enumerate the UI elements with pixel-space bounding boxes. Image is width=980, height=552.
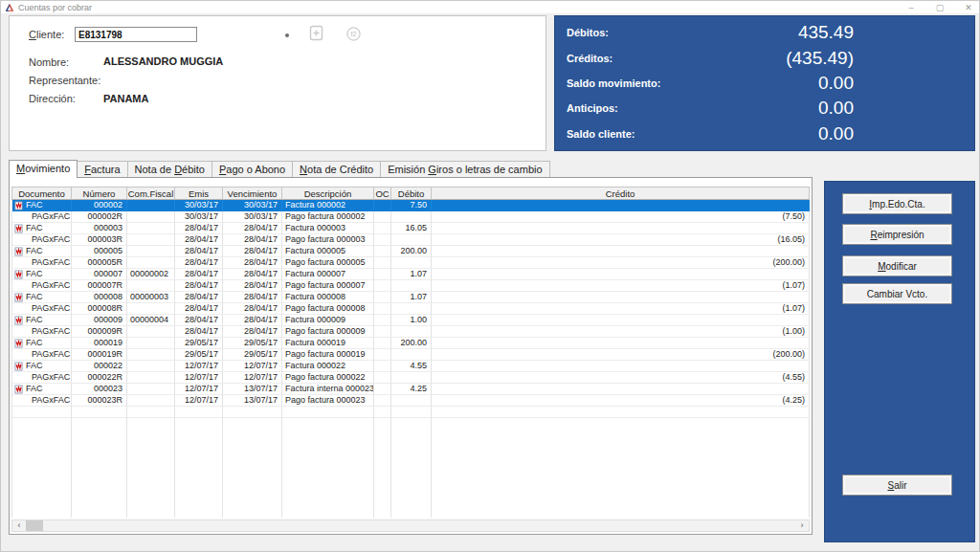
table-row[interactable]: PAGxFAC000008R28/04/1728/04/17Pago factu… <box>12 303 810 315</box>
tab-nota-de-d-bito[interactable]: Nota de Débito <box>128 161 212 177</box>
table-row[interactable]: PAGxFAC000005R28/04/1728/04/17Pago factu… <box>12 257 810 269</box>
cell-emis: 28/04/17 <box>175 246 223 257</box>
cell-debito <box>391 349 432 361</box>
cell-emis: 29/05/17 <box>175 338 223 349</box>
cell-debito <box>391 372 432 384</box>
cell-descripcion: Pago factura 000008 <box>282 303 374 315</box>
modificar-button[interactable]: Modificar <box>842 255 952 276</box>
cell-descripcion: Factura 000019 <box>282 338 374 349</box>
cell-oc <box>374 246 391 257</box>
cell-vencimiento: 28/04/17 <box>223 303 282 315</box>
column-header-descripcion: Descripción <box>282 188 374 200</box>
tab-bar: MovimientoFacturaNota de DébitoPago o Ab… <box>9 160 550 177</box>
table-row[interactable]: PAGxFAC000007R28/04/1728/04/17Pago factu… <box>12 280 810 292</box>
table-row[interactable]: FAC00002312/07/1713/07/17Factura interna… <box>12 384 810 395</box>
cell-descripcion: Factura 000009 <box>282 315 374 326</box>
table-row[interactable]: PAGxFAC000002R30/03/1730/03/17Pago factu… <box>12 211 810 223</box>
summary-value: 0.00 <box>555 98 854 119</box>
cell-debito: 1.07 <box>391 269 432 280</box>
cell-documento: FAC <box>12 338 72 349</box>
cell-numero: 000002 <box>72 200 127 211</box>
maximize-button[interactable]: ▢ <box>933 3 947 12</box>
cell-oc <box>374 257 391 269</box>
cell-credito <box>432 361 810 372</box>
cell-emis: 28/04/17 <box>175 292 223 303</box>
tab-factura[interactable]: Factura <box>78 161 127 177</box>
cell-vencimiento: 29/05/17 <box>223 338 282 349</box>
cell-oc <box>374 211 391 223</box>
close-button[interactable]: ✕ <box>962 3 975 12</box>
imp-edo-cta-button[interactable]: Imp.Edo.Cta. <box>842 193 952 214</box>
cell-oc <box>374 395 391 407</box>
table-row[interactable]: FAC0000090000000428/04/1728/04/17Factura… <box>12 315 810 326</box>
cell-documento: PAGxFAC <box>12 257 72 269</box>
client-name-value: ALESSANDRO MUGGIA <box>103 55 223 67</box>
app-logo-icon <box>5 3 14 12</box>
summary-row: Créditos:(435.49) <box>555 46 974 71</box>
cell-documento: FAC <box>12 315 72 326</box>
direccion-label: Dirección: <box>29 93 76 104</box>
table-row[interactable]: FAC00000230/03/1730/03/17Factura 0000027… <box>12 200 810 211</box>
table-row[interactable]: PAGxFAC000019R29/05/1729/05/17Pago factu… <box>12 349 810 361</box>
scroll-right-icon[interactable]: › <box>795 520 809 531</box>
document-red-mark-icon <box>14 316 23 325</box>
cell-debito: 4.25 <box>391 384 432 395</box>
table-row[interactable]: PAGxFAC000023R12/07/1713/07/17Pago factu… <box>12 395 810 407</box>
cell-numero: 000023R <box>72 395 127 407</box>
document-red-mark-icon <box>14 293 23 302</box>
cell-credito: (200.00) <box>432 349 810 361</box>
table-row[interactable]: FAC00000528/04/1728/04/17Factura 0000052… <box>12 246 810 257</box>
cell-documento: PAGxFAC <box>12 280 72 292</box>
tab-pago-o-abono[interactable]: Pago o Abono <box>212 161 293 177</box>
salir-button[interactable]: Salir <box>842 475 952 496</box>
cell-emis: 28/04/17 <box>175 269 223 280</box>
cell-vencimiento: 28/04/17 <box>223 292 282 303</box>
f2-shortcut-icon[interactable]: f2 <box>346 27 361 41</box>
cell-descripcion: Factura 000022 <box>282 361 374 372</box>
cell-oc <box>374 384 391 395</box>
cell-numero: 000008 <box>72 292 127 303</box>
cell-emis: 28/04/17 <box>175 223 223 234</box>
cell-debito <box>391 211 432 223</box>
new-document-icon[interactable] <box>308 25 324 41</box>
cell-numero: 000003R <box>72 234 127 246</box>
table-row[interactable]: PAGxFAC000009R28/04/1728/04/17Pago factu… <box>12 326 810 338</box>
cell-credito <box>432 315 810 326</box>
cell-debito: 16.05 <box>391 223 432 234</box>
cell-oc <box>374 326 391 338</box>
document-red-mark-icon <box>14 339 23 348</box>
table-row[interactable]: FAC00000328/04/1728/04/17Factura 0000031… <box>12 223 810 234</box>
table-row[interactable]: FAC0000080000000328/04/1728/04/17Factura… <box>12 292 810 303</box>
cell-com-fiscal <box>127 395 175 407</box>
table-row[interactable]: FAC0000070000000228/04/1728/04/17Factura… <box>12 269 810 280</box>
cell-oc <box>374 372 391 384</box>
tab-emisi-n-giros-o-letras-de-cambio[interactable]: Emisión Giros o letras de cambio <box>381 161 549 177</box>
nombre-label: Nombre: <box>29 56 69 68</box>
scroll-left-icon[interactable]: ‹ <box>12 520 26 531</box>
table-row[interactable]: FAC00002212/07/1712/07/17Factura 0000224… <box>12 361 810 372</box>
cell-credito: (16.05) <box>432 234 810 246</box>
cell-documento: FAC <box>12 361 72 372</box>
minimize-button[interactable]: – <box>904 3 918 12</box>
reimpresi-n-button[interactable]: Reimpresión <box>842 224 952 245</box>
tab-movimiento[interactable]: Movimiento <box>9 160 78 178</box>
cell-documento: PAGxFAC <box>12 395 72 407</box>
horizontal-scrollbar[interactable]: ‹ › <box>11 519 810 532</box>
summary-value: (435.49) <box>555 48 854 69</box>
column-header-debito: Débito <box>391 188 432 200</box>
tab-nota-de-cr-dito[interactable]: Nota de Crédito <box>293 161 381 177</box>
table-row[interactable]: PAGxFAC000003R28/04/1728/04/17Pago factu… <box>12 234 810 246</box>
table-row[interactable]: PAGxFAC000022R12/07/1712/07/17Pago factu… <box>12 372 810 384</box>
cambiar-vcto-button[interactable]: Cambiar Vcto. <box>842 283 952 304</box>
cell-debito: 200.00 <box>391 246 432 257</box>
cell-credito: (4.55) <box>432 372 810 384</box>
scrollbar-thumb[interactable] <box>26 520 43 531</box>
cell-credito: (1.00) <box>432 326 810 338</box>
cell-descripcion: Factura 000005 <box>282 246 374 257</box>
column-header-credito: Crédito <box>432 188 810 200</box>
cell-credito <box>432 269 810 280</box>
cell-debito: 200.00 <box>391 338 432 349</box>
table-row[interactable]: FAC00001929/05/1729/05/17Factura 0000192… <box>12 338 810 349</box>
client-id-input[interactable] <box>75 27 197 42</box>
cell-oc <box>374 338 391 349</box>
